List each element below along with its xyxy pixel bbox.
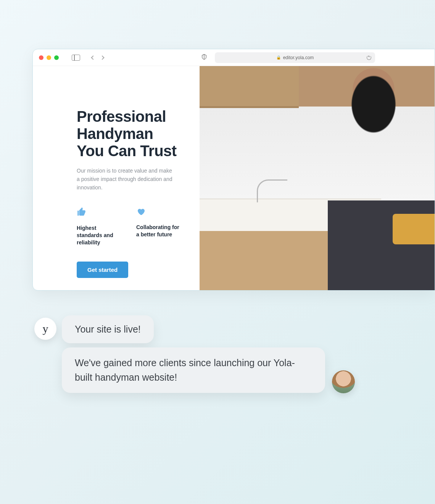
nav-back-button[interactable] xyxy=(91,55,95,60)
url-text: editor.yola.com xyxy=(283,55,314,60)
avatar-letter: y xyxy=(43,322,48,335)
hero-title: Professional Handyman You Can Trust xyxy=(77,108,180,159)
cabinet-decoration xyxy=(200,66,299,108)
lock-icon: 🔒 xyxy=(276,55,281,60)
testimonial-bubble: We've gained more clients since launchin… xyxy=(62,347,325,393)
user-avatar xyxy=(332,370,355,393)
feature-label: Highest standards and reliability xyxy=(77,225,121,246)
features-row: Highest standards and reliability Collab… xyxy=(77,207,180,246)
feature-collaboration: Collaborating for a better future xyxy=(136,207,180,246)
hero-image xyxy=(200,66,435,290)
hero-left: Professional Handyman You Can Trust Our … xyxy=(33,66,200,290)
nav-forward-button[interactable] xyxy=(100,55,104,60)
toolbelt-decoration xyxy=(393,214,435,244)
system-message-text: Your site is live! xyxy=(75,324,141,334)
page-content: Professional Handyman You Can Trust Our … xyxy=(33,66,435,290)
system-message-bubble: Your site is live! xyxy=(62,315,154,343)
testimonial-text: We've gained more clients since launchin… xyxy=(75,357,295,383)
system-avatar: y xyxy=(34,318,56,340)
handyman-figure xyxy=(328,66,435,290)
browser-titlebar: 🔒 editor.yola.com xyxy=(33,49,435,66)
close-window-button[interactable] xyxy=(39,55,44,60)
maximize-window-button[interactable] xyxy=(54,55,59,60)
faucet-decoration xyxy=(257,179,287,202)
minimize-window-button[interactable] xyxy=(47,55,51,60)
heart-icon xyxy=(136,207,180,218)
hero-subtitle: Our mission is to create value and make … xyxy=(77,167,176,192)
traffic-lights xyxy=(39,55,59,60)
thumbs-up-icon xyxy=(77,207,121,218)
url-bar[interactable]: 🔒 editor.yola.com xyxy=(215,52,375,63)
refresh-icon[interactable] xyxy=(367,55,371,60)
feature-label: Collaborating for a better future xyxy=(136,224,180,238)
get-started-button[interactable]: Get started xyxy=(77,262,128,278)
sidebar-toggle-icon[interactable] xyxy=(72,55,80,61)
browser-window: 🔒 editor.yola.com Professional Handyman … xyxy=(32,49,435,291)
privacy-shield-icon[interactable] xyxy=(201,54,207,61)
feature-standards: Highest standards and reliability xyxy=(77,207,121,246)
